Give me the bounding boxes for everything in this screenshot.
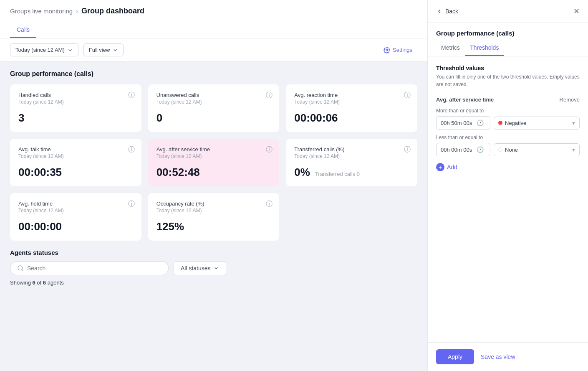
metric-period: Today (since 12 AM) <box>294 153 409 159</box>
metric-label: Avg. talk time <box>18 146 133 152</box>
search-input-wrap <box>10 261 169 275</box>
metric-card-avg-reaction-time: Avg. reaction time Today (since 12 AM) 0… <box>286 84 417 132</box>
metric-value: 00:00:06 <box>294 112 409 125</box>
time-value-input-lte[interactable] <box>441 147 474 153</box>
threshold-inputs-gte: 🕐 Negative ▾ <box>436 116 580 130</box>
clock-icon: 🕐 <box>477 119 484 126</box>
panel-title: Group performance (calls) <box>428 23 588 37</box>
back-icon <box>436 8 443 15</box>
status-dot-negative <box>498 121 502 125</box>
metric-period: Today (since 12 AM) <box>18 153 133 159</box>
threshold-row-gte: More than or equal to 🕐 Negative ▾ <box>436 108 580 130</box>
settings-icon <box>384 47 390 53</box>
info-icon[interactable]: ⓘ <box>266 145 273 152</box>
metric-period: Today (since 12 AM) <box>294 99 409 105</box>
status-label-none: None <box>505 147 518 153</box>
metric-label: Avg. after service time <box>156 146 271 152</box>
breadcrumb-current: Group dashboard <box>81 7 144 15</box>
metric-card-handled-calls: Handled calls Today (since 12 AM) 3 ⓘ <box>10 84 141 132</box>
info-icon[interactable]: ⓘ <box>266 200 273 206</box>
agents-statuses-section: Agents statuses All statuses Showing 6 o… <box>10 249 417 286</box>
metric-value: 00:00:00 <box>18 220 133 233</box>
panel-body: Threshold values You can fill in only on… <box>428 56 588 342</box>
threshold-condition-label-lte: Less than or equal to <box>436 135 580 140</box>
metric-card-occupancy-rate: Occupancy rate (%) Today (since 12 AM) 1… <box>148 193 280 241</box>
threshold-values-title: Threshold values <box>436 65 580 71</box>
add-threshold-button[interactable]: + Add <box>436 163 457 171</box>
main-content: Groups live monitoring › Group dashboard… <box>0 0 427 371</box>
metric-label: Unanswered calls <box>156 92 271 98</box>
chevron-down-icon-3 <box>213 265 219 271</box>
time-input-gte[interactable]: 🕐 <box>436 116 490 130</box>
info-icon[interactable]: ⓘ <box>266 91 273 98</box>
date-filter-button[interactable]: Today (since 12 AM) <box>10 43 78 56</box>
info-icon[interactable]: ⓘ <box>128 91 135 98</box>
threshold-condition-label-gte: More than or equal to <box>436 108 580 114</box>
metric-card-avg-after-service-time: Avg. after service time Today (since 12 … <box>148 139 280 186</box>
top-bar: Groups live monitoring › Group dashboard… <box>0 0 427 38</box>
tab-calls[interactable]: Calls <box>10 22 36 38</box>
svg-point-0 <box>386 49 388 51</box>
info-icon[interactable]: ⓘ <box>128 200 135 206</box>
chevron-down-icon <box>67 47 73 53</box>
save-view-button[interactable]: Save as view <box>481 353 515 360</box>
search-input[interactable] <box>27 265 162 272</box>
metric-card-avg-hold-time: Avg. hold time Today (since 12 AM) 00:00… <box>10 193 141 241</box>
panel-back-button[interactable]: Back <box>436 8 458 15</box>
metric-period: Today (since 12 AM) <box>156 153 271 159</box>
tab-metrics[interactable]: Metrics <box>436 40 465 56</box>
svg-point-1 <box>18 266 23 270</box>
settings-button[interactable]: Settings <box>379 44 417 56</box>
breadcrumb-parent[interactable]: Groups live monitoring <box>10 8 73 15</box>
status-label-negative: Negative <box>505 120 526 126</box>
agents-statuses-title: Agents statuses <box>10 249 417 256</box>
metric-label: Occupancy rate (%) <box>156 201 271 207</box>
status-select-lte[interactable]: None ▾ <box>494 143 580 156</box>
panel-tabs: Metrics Thresholds <box>428 40 588 56</box>
threshold-section-header: Avg. after service time Remove <box>436 97 580 103</box>
status-dot-none <box>498 147 502 152</box>
info-icon[interactable]: ⓘ <box>404 91 411 98</box>
add-circle-icon: + <box>436 163 444 171</box>
metric-sub: Transferred calls 0 <box>315 171 360 177</box>
tab-thresholds[interactable]: Thresholds <box>465 40 504 56</box>
metric-period: Today (since 12 AM) <box>18 99 133 105</box>
search-icon <box>17 265 24 272</box>
statuses-dropdown[interactable]: All statuses <box>174 261 226 275</box>
metric-value: 3 <box>18 112 133 125</box>
threshold-values-desc: You can fill in only one of the two thre… <box>436 73 580 88</box>
info-icon[interactable]: ⓘ <box>404 145 411 152</box>
group-performance-title: Group performance (calls) <box>10 70 417 78</box>
metric-card-transferred-calls: Transferred calls (%) Today (since 12 AM… <box>286 139 417 186</box>
threshold-row-lte: Less than or equal to 🕐 None ▾ <box>436 135 580 156</box>
panel-header: Back ✕ <box>428 0 588 23</box>
breadcrumb-separator: › <box>76 8 78 15</box>
time-value-input-gte[interactable] <box>441 120 474 126</box>
view-filter-button[interactable]: Full view <box>83 43 124 56</box>
time-input-lte[interactable]: 🕐 <box>436 143 490 156</box>
chevron-down-icon-status: ▾ <box>572 120 575 126</box>
metric-period: Today (since 12 AM) <box>156 99 271 105</box>
chevron-down-icon-status-2: ▾ <box>572 147 575 153</box>
metric-value: 00:00:35 <box>18 166 133 179</box>
chevron-down-icon-2 <box>112 47 118 53</box>
content-area: Group performance (calls) Handled calls … <box>0 62 427 294</box>
metric-value: 00:52:48 <box>156 166 271 179</box>
apply-button[interactable]: Apply <box>436 349 474 364</box>
metric-label: Avg. hold time <box>18 201 133 207</box>
panel-close-button[interactable]: ✕ <box>573 7 580 16</box>
status-select-gte[interactable]: Negative ▾ <box>494 117 580 130</box>
metric-label: Transferred calls (%) <box>294 146 409 152</box>
metric-label: Avg. reaction time <box>294 92 409 98</box>
metric-period: Today (since 12 AM) <box>18 208 133 213</box>
remove-link[interactable]: Remove <box>560 97 580 103</box>
tabs: Calls <box>10 22 417 38</box>
panel-footer: Apply Save as view <box>428 342 588 371</box>
right-panel: Back ✕ Group performance (calls) Metrics… <box>427 0 588 371</box>
info-icon[interactable]: ⓘ <box>128 145 135 152</box>
breadcrumb: Groups live monitoring › Group dashboard <box>10 7 417 15</box>
showing-text: Showing 6 of 6 agents <box>10 280 417 286</box>
metric-card-avg-talk-time: Avg. talk time Today (since 12 AM) 00:00… <box>10 139 141 186</box>
threshold-section-avg-after-service: Avg. after service time Remove More than… <box>436 97 580 156</box>
metric-period: Today (since 12 AM) <box>156 208 271 213</box>
